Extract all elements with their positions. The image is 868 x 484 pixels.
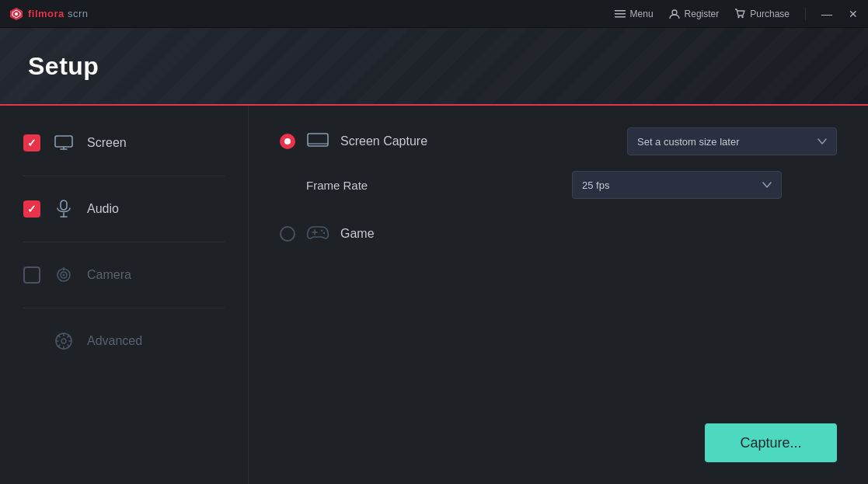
camera-checkbox[interactable] [23,266,40,284]
svg-rect-9 [55,136,72,147]
advanced-icon [53,330,75,352]
screen-capture-row: Screen Capture Set a custom size later [280,127,837,155]
close-button[interactable]: ✕ [848,9,859,19]
svg-rect-4 [615,13,626,15]
screen-capture-label: Screen Capture [340,134,616,148]
screen-checkbox[interactable]: ✓ [23,134,40,151]
camera-label: Camera [87,268,131,282]
svg-point-8 [742,16,744,17]
menu-button[interactable]: Menu [615,9,654,19]
audio-checkbox[interactable]: ✓ [23,200,40,218]
svg-point-2 [15,12,18,16]
svg-rect-5 [615,16,626,18]
game-capture-row: Game [280,222,837,245]
svg-line-27 [58,345,60,346]
titlebar-actions: Menu Register Purchase — ✕ [615,8,859,20]
screen-icon [53,132,75,154]
screen-option-row: ✓ Screen [23,121,225,165]
screen-capture-radio[interactable] [280,134,295,149]
app-logo: filmora scrn [9,7,615,21]
frame-rate-dropdown-arrow-icon [762,182,772,188]
svg-line-25 [68,345,69,346]
register-icon [669,9,680,19]
svg-rect-3 [615,10,626,12]
right-panel: Screen Capture Set a custom size later F… [249,106,868,484]
left-panel: ✓ Screen ✓ [0,106,249,484]
minimize-button[interactable]: — [821,9,832,19]
game-radio[interactable] [280,226,295,242]
capture-button-label: Capture... [740,435,801,451]
filmora-logo-icon [9,7,23,21]
divider-3 [23,308,225,308]
register-button[interactable]: Register [669,9,720,19]
frame-rate-label: Frame Rate [306,179,384,192]
svg-point-19 [61,339,66,343]
titlebar-separator [805,8,806,20]
svg-point-33 [323,232,325,234]
capture-button[interactable]: Capture... [705,423,837,462]
app-name-text: filmora scrn [28,8,89,19]
game-label: Game [340,227,837,241]
divider-2 [23,242,225,242]
frame-rate-dropdown[interactable]: 25 fps [572,171,782,199]
header: Setup [0,28,868,106]
svg-point-7 [738,16,740,17]
audio-option-row: ✓ Audio [23,187,225,231]
screen-capture-icon [306,130,329,153]
audio-icon [53,198,75,220]
svg-point-15 [63,274,65,277]
titlebar: filmora scrn Menu Register Purch [0,0,868,28]
check-mark-audio: ✓ [27,203,37,215]
camera-icon [53,264,75,286]
game-icon [306,222,329,245]
purchase-button[interactable]: Purchase [734,9,790,19]
svg-rect-10 [61,200,67,210]
check-mark: ✓ [27,137,37,149]
main-content: ✓ Screen ✓ [0,106,868,484]
svg-line-26 [68,336,69,337]
svg-line-24 [58,336,60,337]
svg-point-6 [672,10,677,15]
advanced-label: Advanced [87,334,142,348]
screen-capture-dropdown-label: Set a custom size later [637,136,740,148]
screen-capture-dropdown[interactable]: Set a custom size later [627,127,837,155]
frame-rate-value: 25 fps [582,179,609,191]
frame-rate-row: Frame Rate 25 fps [280,171,837,199]
divider-1 [23,176,225,176]
menu-icon [615,9,626,19]
audio-label: Audio [87,202,119,216]
page-title: Setup [28,52,99,81]
dropdown-arrow-icon [817,138,827,145]
camera-option-row: Camera [23,253,225,297]
cart-icon [734,9,745,19]
screen-label: Screen [87,136,127,150]
svg-point-32 [321,230,322,232]
advanced-option-row: Advanced [23,319,225,363]
svg-rect-28 [308,134,328,146]
